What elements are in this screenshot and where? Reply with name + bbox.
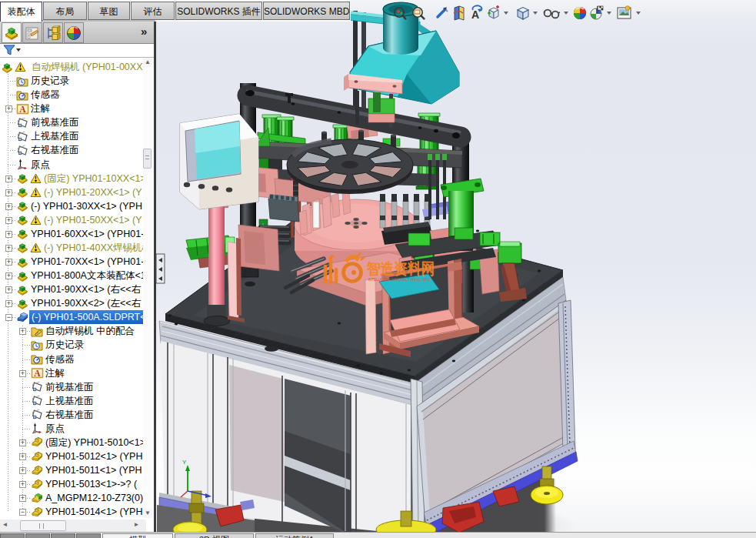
svg-text:A: A <box>471 8 479 21</box>
svg-text:INTELLIGENT MANUFACTURING INFO: INTELLIGENT MANUFACTURING INFO <box>368 277 430 282</box>
svg-text:A: A <box>34 369 41 378</box>
svg-text:智造资料网: 智造资料网 <box>366 260 435 277</box>
svg-text:A: A <box>19 105 26 114</box>
svg-text:Y: Y <box>182 459 187 466</box>
